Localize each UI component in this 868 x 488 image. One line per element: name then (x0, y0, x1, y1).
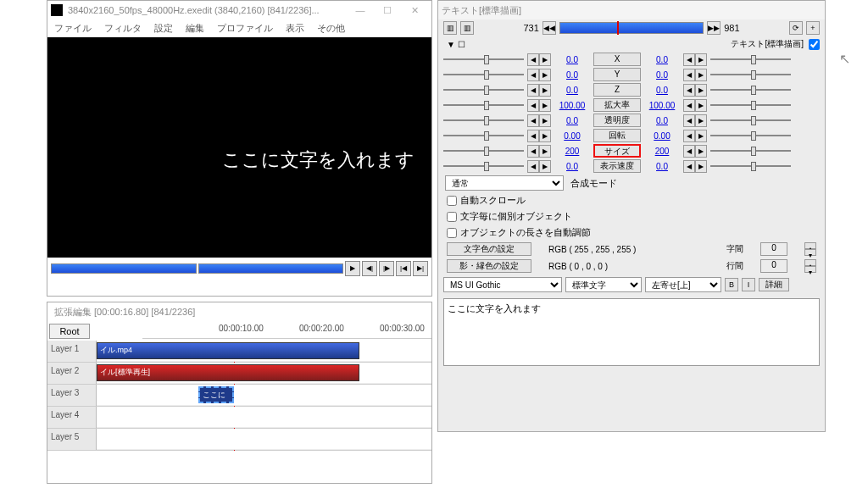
italic-button[interactable]: I (742, 278, 755, 291)
font-select[interactable]: MS UI Gothic (443, 277, 562, 292)
time-ruler[interactable]: 00:00:10.00 00:00:20.00 00:00:30.00 00:0… (142, 322, 431, 339)
param-value-left[interactable]: 0.0 (554, 116, 590, 125)
param-label-button[interactable]: X (593, 53, 641, 66)
shadow-color-button[interactable]: 影・縁色の設定 (447, 259, 531, 273)
layer-label-2[interactable]: Layer 2 (47, 363, 97, 384)
mark-start-icon[interactable]: ▥ (443, 21, 457, 35)
step-fwd-button[interactable]: |▶ (379, 261, 394, 276)
clip-text[interactable]: ここに文字 (198, 386, 234, 403)
layer-label-4[interactable]: Layer 4 (47, 407, 97, 428)
param-label-button[interactable]: サイズ (593, 144, 641, 158)
arrow-left-icon[interactable]: ◀ (683, 53, 695, 66)
text-content-input[interactable]: ここに文字を入れます (443, 298, 820, 366)
frame-slider[interactable] (559, 22, 704, 34)
blend-mode-select[interactable]: 通常 (445, 175, 564, 191)
param-slider-right[interactable] (710, 54, 791, 64)
arrow-right-icon[interactable]: ▶ (539, 69, 551, 81)
param-value-right[interactable]: 0.0 (644, 55, 680, 64)
param-slider-left[interactable] (443, 69, 524, 80)
param-value-right[interactable]: 0.0 (644, 70, 680, 80)
seekbar-1[interactable] (51, 263, 197, 274)
detail-button[interactable]: 詳細 (759, 278, 789, 291)
param-value-right[interactable]: 0.00 (644, 131, 680, 141)
char-spacing-input[interactable]: 0 (760, 242, 787, 256)
arrow-left-icon[interactable]: ◀ (527, 99, 539, 112)
param-value-right[interactable]: 0.0 (644, 162, 680, 171)
param-slider-right[interactable] (710, 85, 791, 95)
mark-end-icon[interactable]: ▥ (460, 21, 474, 35)
add-icon[interactable]: + (806, 21, 820, 35)
clip-audio[interactable]: イル[標準再生] (97, 364, 359, 381)
param-value-left[interactable]: 0.0 (554, 162, 590, 171)
param-slider-right[interactable] (710, 130, 791, 141)
param-value-right[interactable]: 0.0 (644, 86, 680, 95)
layer-track-3[interactable]: ここに文字 (97, 385, 431, 406)
menu-settings[interactable]: 設定 (154, 23, 173, 33)
goto-end-button[interactable]: ▶| (413, 261, 428, 276)
arrow-left-icon[interactable]: ◀ (527, 130, 539, 142)
layer-row-3[interactable]: Layer 3 ここに文字 (47, 385, 431, 407)
preview-titlebar[interactable]: 3840x2160_50fps_48000Hz.exedit (3840,216… (47, 1, 431, 19)
layer-row-5[interactable]: Layer 5 (47, 429, 431, 451)
style-select[interactable]: 標準文字 (565, 277, 642, 292)
play-button[interactable]: ▶ (345, 261, 360, 276)
reload-icon[interactable]: ⟳ (789, 21, 803, 35)
arrow-left-icon[interactable]: ◀ (527, 69, 539, 81)
arrow-left-icon[interactable]: ◀ (527, 114, 539, 127)
param-slider-left[interactable] (443, 54, 524, 64)
arrow-right-icon[interactable]: ▶ (539, 160, 551, 173)
arrow-left-icon[interactable]: ◀ (683, 99, 695, 112)
arrow-right-icon[interactable]: ▶ (695, 53, 707, 66)
param-slider-left[interactable] (443, 130, 524, 141)
maximize-button[interactable]: ☐ (374, 2, 401, 19)
menu-other[interactable]: その他 (317, 23, 345, 33)
param-label-button[interactable]: Z (593, 83, 641, 97)
menubar[interactable]: ファイル フィルタ 設定 編集 プロファイル 表示 その他 (47, 19, 431, 37)
arrow-left-icon[interactable]: ◀ (683, 145, 695, 158)
close-button[interactable]: ✕ (401, 2, 428, 19)
minimize-button[interactable]: — (347, 2, 374, 19)
char-spacing-down[interactable]: ▾ (804, 249, 816, 256)
param-slider-left[interactable] (443, 100, 524, 110)
layer-label-3[interactable]: Layer 3 (47, 385, 97, 406)
param-label-button[interactable]: 透明度 (593, 114, 641, 127)
goto-start-button[interactable]: |◀ (396, 261, 411, 276)
arrow-right-icon[interactable]: ▶ (539, 99, 551, 112)
param-slider-left[interactable] (443, 115, 524, 125)
arrow-right-icon[interactable]: ▶ (695, 84, 707, 97)
arrow-left-icon[interactable]: ◀ (683, 114, 695, 127)
param-value-right[interactable]: 0.0 (644, 116, 680, 125)
param-label-button[interactable]: 拡大率 (593, 98, 641, 112)
object-enable-checkbox[interactable] (809, 39, 820, 50)
arrow-left-icon[interactable]: ◀ (683, 69, 695, 81)
arrow-right-icon[interactable]: ▶ (695, 160, 707, 173)
arrow-left-icon[interactable]: ◀ (527, 84, 539, 97)
root-button[interactable]: Root (49, 324, 90, 339)
param-label-button[interactable]: Y (593, 68, 641, 81)
arrow-right-icon[interactable]: ▶ (695, 145, 707, 158)
param-value-left[interactable]: 0.0 (554, 70, 590, 80)
arrow-left-icon[interactable]: ◀ (527, 53, 539, 66)
step-back-button[interactable]: ◀| (362, 261, 377, 276)
text-color-button[interactable]: 文字色の設定 (447, 242, 531, 256)
layer-row-2[interactable]: Layer 2 イル[標準再生] (47, 363, 431, 385)
menu-profile[interactable]: プロファイル (217, 23, 273, 33)
param-value-left[interactable]: 100.00 (554, 101, 590, 110)
param-label-button[interactable]: 回転 (593, 129, 641, 142)
arrow-left-icon[interactable]: ◀ (683, 130, 695, 142)
arrow-right-icon[interactable]: ▶ (695, 130, 707, 142)
layer-row-1[interactable]: Layer 1 イル.mp4 (47, 341, 431, 363)
param-value-left[interactable]: 0.00 (554, 131, 590, 141)
autoscroll-checkbox[interactable] (447, 196, 457, 206)
param-slider-right[interactable] (710, 161, 791, 171)
arrow-left-icon[interactable]: ◀ (527, 160, 539, 173)
layer-track-5[interactable] (97, 429, 431, 450)
param-value-left[interactable]: 0.0 (554, 86, 590, 95)
param-slider-right[interactable] (710, 146, 791, 156)
arrow-right-icon[interactable]: ▶ (695, 69, 707, 81)
clip-video[interactable]: イル.mp4 (97, 342, 359, 359)
param-slider-left[interactable] (443, 161, 524, 171)
param-value-left[interactable]: 200 (554, 147, 590, 156)
arrow-right-icon[interactable]: ▶ (539, 145, 551, 158)
param-slider-right[interactable] (710, 115, 791, 125)
